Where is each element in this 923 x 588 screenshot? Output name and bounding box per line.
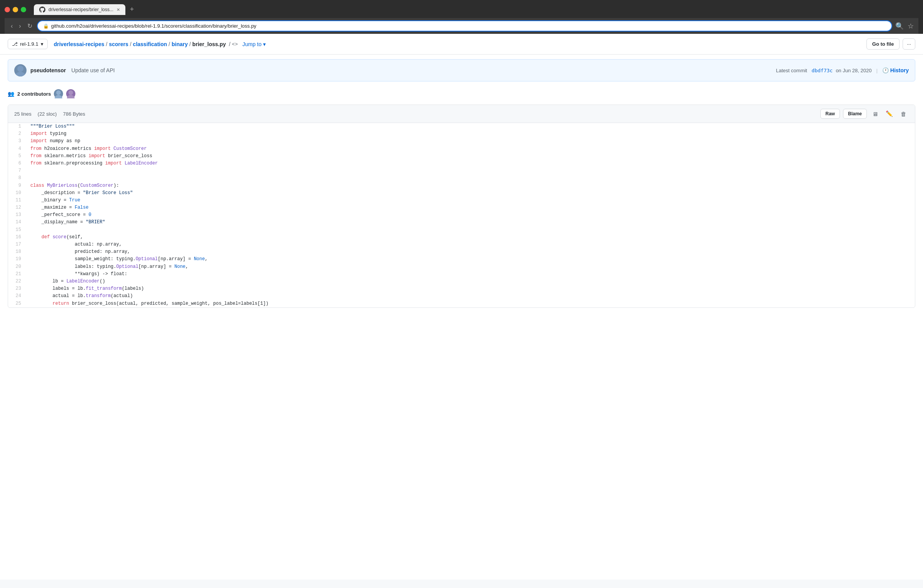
breadcrumb-scorers-link[interactable]: scorers — [109, 41, 128, 47]
line-code: sample_weight: typing.Optional[np.array]… — [27, 256, 915, 263]
line-code: actual = lb.transform(actual) — [27, 292, 915, 300]
line-number[interactable]: 15 — [8, 226, 27, 234]
code-row: 25 return brier_score_loss(actual, predi… — [8, 300, 915, 307]
line-number[interactable]: 21 — [8, 271, 27, 278]
active-tab[interactable]: driverlessai-recipes/brier_loss... ✕ — [34, 4, 125, 15]
breadcrumb-sep-1: / — [106, 41, 107, 47]
code-row: 14 _display_name = "BRIER" — [8, 219, 915, 226]
code-row: 11 _binary = True — [8, 197, 915, 204]
commit-author[interactable]: pseudotensor — [30, 67, 66, 73]
chevron-down-icon: ▾ — [41, 41, 43, 47]
line-number[interactable]: 25 — [8, 300, 27, 307]
line-number[interactable]: 24 — [8, 292, 27, 300]
line-number[interactable]: 14 — [8, 219, 27, 226]
code-row: 19 sample_weight: typing.Optional[np.arr… — [8, 256, 915, 263]
edit-icon[interactable]: ✏️ — [883, 109, 895, 119]
commit-hash[interactable]: dbdf73c — [811, 68, 833, 73]
contributor-avatar-1[interactable] — [54, 89, 63, 98]
nav-right: 🔍 ☆ — [895, 22, 914, 30]
maximize-window-button[interactable] — [21, 7, 26, 12]
line-number[interactable]: 9 — [8, 182, 27, 189]
jump-to-button[interactable]: Jump to ▾ — [242, 41, 266, 47]
code-row: 4 from h2oaicore.metrics import CustomSc… — [8, 145, 915, 153]
svg-point-0 — [17, 66, 23, 72]
separator: | — [876, 68, 877, 73]
code-row: 8 — [8, 174, 915, 182]
line-code: from sklearn.preprocessing import LabelE… — [27, 160, 915, 167]
latest-commit-label: Latest commit — [776, 68, 809, 73]
code-row: 17 actual: np.array, — [8, 241, 915, 248]
history-link[interactable]: 🕐 History — [882, 67, 909, 73]
code-row: 10 _description = "Brier Score Loss" — [8, 189, 915, 197]
branch-selector[interactable]: ⎇ rel-1.9.1 ▾ — [8, 39, 48, 49]
bookmark-button[interactable]: ☆ — [908, 22, 914, 30]
line-code: labels = lb.fit_transform(labels) — [27, 285, 915, 292]
line-number[interactable]: 22 — [8, 278, 27, 285]
file-actions: Raw Blame 🖥 ✏️ 🗑 — [820, 109, 909, 119]
traffic-lights — [5, 7, 26, 12]
line-number[interactable]: 5 — [8, 153, 27, 160]
desktop-icon[interactable]: 🖥 — [870, 109, 880, 119]
blame-button[interactable]: Blame — [843, 109, 867, 119]
more-options-button[interactable]: ··· — [903, 38, 915, 50]
minimize-window-button[interactable] — [13, 7, 18, 12]
github-page: ⎇ rel-1.9.1 ▾ driverlessai-recipes / sco… — [0, 34, 923, 580]
code-row: 3 import numpy as np — [8, 138, 915, 145]
code-row: 21 **kwargs) -> float: — [8, 271, 915, 278]
breadcrumb-sep-3: / — [168, 41, 170, 47]
forward-button[interactable]: › — [17, 21, 22, 31]
goto-file-button[interactable]: Go to file — [866, 38, 900, 50]
branch-icon: ⎇ — [12, 41, 18, 47]
back-button[interactable]: ‹ — [9, 21, 14, 31]
line-number[interactable]: 8 — [8, 174, 27, 182]
history-label: History — [890, 67, 909, 73]
search-button[interactable]: 🔍 — [895, 22, 904, 30]
line-number[interactable]: 2 — [8, 130, 27, 138]
line-number[interactable]: 16 — [8, 234, 27, 241]
line-code: def score(self, — [27, 234, 915, 241]
new-tab-button[interactable]: + — [127, 4, 137, 15]
line-number[interactable]: 6 — [8, 160, 27, 167]
url-text: github.com/h2oai/driverlessai-recipes/bl… — [51, 23, 886, 29]
code-row: 23 labels = lb.fit_transform(labels) — [8, 285, 915, 292]
line-number[interactable]: 18 — [8, 248, 27, 256]
raw-button[interactable]: Raw — [820, 109, 840, 119]
line-code: from h2oaicore.metrics import CustomScor… — [27, 145, 915, 153]
line-number[interactable]: 19 — [8, 256, 27, 263]
contributors-icon: 👥 — [8, 91, 14, 97]
line-number[interactable]: 12 — [8, 204, 27, 211]
code-row: 2 import typing — [8, 130, 915, 138]
line-code: **kwargs) -> float: — [27, 271, 915, 278]
delete-icon[interactable]: 🗑 — [898, 109, 909, 119]
address-bar[interactable]: 🔒 github.com/h2oai/driverlessai-recipes/… — [37, 20, 892, 32]
line-number[interactable]: 3 — [8, 138, 27, 145]
code-row: 18 predicted: np.array, — [8, 248, 915, 256]
code-row: 5 from sklearn.metrics import brier_scor… — [8, 153, 915, 160]
line-number[interactable]: 13 — [8, 211, 27, 219]
close-window-button[interactable] — [5, 7, 10, 12]
line-number[interactable]: 10 — [8, 189, 27, 197]
line-number[interactable]: 23 — [8, 285, 27, 292]
line-number[interactable]: 11 — [8, 197, 27, 204]
contributor-avatar-2[interactable] — [66, 89, 75, 98]
svg-point-4 — [68, 90, 73, 95]
breadcrumb-classification-link[interactable]: classification — [133, 41, 167, 47]
code-table: 1 """Brier Loss""" 2 import typing 3 imp… — [8, 123, 915, 307]
code-icon: <> — [232, 41, 238, 47]
line-number[interactable]: 20 — [8, 263, 27, 271]
breadcrumb-binary-link[interactable]: binary — [172, 41, 188, 47]
line-number[interactable]: 17 — [8, 241, 27, 248]
file-meta: 25 lines (22 sloc) 786 Bytes — [14, 111, 85, 117]
code-view-indicator: <> — [232, 41, 238, 47]
line-code: labels: typing.Optional[np.array] = None… — [27, 263, 915, 271]
tab-close-button[interactable]: ✕ — [117, 7, 120, 12]
line-code: _description = "Brier Score Loss" — [27, 189, 915, 197]
line-number[interactable]: 1 — [8, 123, 27, 130]
refresh-button[interactable]: ↻ — [26, 21, 34, 31]
github-icon — [39, 7, 45, 13]
line-number[interactable]: 4 — [8, 145, 27, 153]
line-number[interactable]: 7 — [8, 167, 27, 174]
contributors-count[interactable]: 2 contributors — [17, 91, 51, 97]
breadcrumb-repo-link[interactable]: driverlessai-recipes — [54, 41, 105, 47]
code-row: 16 def score(self, — [8, 234, 915, 241]
